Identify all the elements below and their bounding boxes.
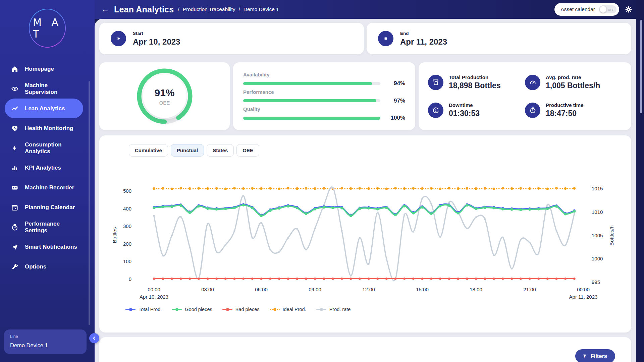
data-point: [475, 217, 477, 218]
data-point: [287, 205, 289, 207]
sidebar-item-performance-settings[interactable]: Performance Settings: [5, 217, 83, 237]
gear-icon[interactable]: [625, 5, 633, 13]
sidebar-item-label: KPI Analytics: [25, 165, 61, 171]
kpi-availability: Availability 94%: [243, 72, 405, 87]
asset-calendar-switch[interactable]: OFF: [599, 5, 616, 13]
data-point: [368, 278, 370, 280]
page-title: Lean Analytics: [114, 5, 174, 14]
sidebar-item-lean-analytics[interactable]: Lean Analytics: [5, 99, 83, 118]
data-point: [162, 255, 164, 256]
line-selector[interactable]: Line Demo Device 1: [4, 329, 87, 354]
data-point: [546, 278, 549, 280]
legend-bad-pieces[interactable]: Bad pieces: [222, 307, 260, 312]
data-point: [252, 237, 253, 239]
trend-icon: [11, 105, 19, 113]
legend-ideal-prod[interactable]: Ideal Prod.: [270, 307, 306, 312]
data-point: [189, 278, 191, 280]
legend-total-prod[interactable]: Total Prod.: [125, 307, 162, 312]
data-point: [430, 187, 433, 190]
app-root: M A T Homepage Machine Supervision Le: [0, 0, 644, 362]
data-point: [511, 268, 513, 269]
data-point: [511, 208, 513, 211]
data-point: [466, 204, 468, 207]
data-point: [215, 208, 218, 210]
data-point: [233, 206, 236, 209]
end-date-card[interactable]: End Apr 11, 2023: [367, 23, 631, 54]
sidebar-item-machine-supervision[interactable]: Machine Supervision: [5, 79, 83, 99]
topbar-actions: Asset calendar OFF: [554, 3, 633, 16]
data-point: [421, 206, 424, 208]
data-point: [502, 237, 503, 238]
filters-button[interactable]: Filters: [575, 349, 615, 362]
sidebar-item-smart-notifications[interactable]: Smart Notifications: [5, 237, 83, 257]
data-point: [484, 218, 486, 220]
data-point: [180, 278, 182, 280]
data-point: [555, 278, 558, 280]
data-point: [520, 278, 522, 280]
kpi-progress-fill: [243, 82, 372, 85]
data-point: [376, 208, 379, 210]
sidebar-item-label: Lean Analytics: [25, 105, 65, 112]
data-point: [162, 187, 164, 190]
asset-calendar-toggle-pill[interactable]: Asset calendar OFF: [554, 3, 619, 16]
breadcrumb-separator: /: [178, 6, 179, 12]
gauge-icon: [525, 75, 540, 90]
kpi-progress-fill: [243, 99, 376, 102]
breadcrumb-item[interactable]: Demo Device 1: [244, 6, 279, 12]
data-point: [457, 187, 460, 190]
tab-states[interactable]: States: [207, 144, 234, 157]
page-scrollbar[interactable]: [640, 20, 642, 113]
axis-tick-label: 300: [123, 223, 131, 229]
data-point: [421, 187, 424, 190]
kpi-value: 97%: [386, 98, 405, 104]
breadcrumb-separator: /: [238, 6, 240, 12]
data-point: [457, 212, 460, 215]
sidebar-collapse-button[interactable]: [89, 333, 99, 343]
sidebar-item-kpi-analytics[interactable]: KPI Analytics: [5, 158, 83, 178]
tab-punctual[interactable]: Punctual: [171, 144, 204, 157]
breadcrumb-item[interactable]: Production Traceability: [183, 6, 235, 12]
data-point: [377, 212, 378, 214]
data-point: [537, 208, 540, 210]
data-point: [448, 201, 450, 203]
data-point: [296, 278, 298, 280]
home-icon: [11, 65, 19, 73]
data-point: [439, 187, 442, 190]
sidebar-item-machine-recorder[interactable]: Machine Recorder: [5, 178, 83, 197]
stat-total-production: Total Production 18,898 Bottles: [428, 69, 525, 96]
tab-oee[interactable]: OEE: [236, 144, 259, 157]
brand-logo: M A T: [0, 9, 95, 48]
data-point: [251, 278, 254, 280]
data-point: [198, 278, 200, 280]
sidebar-item-homepage[interactable]: Homepage: [5, 59, 83, 79]
production-line-chart[interactable]: 0100200300400500Bottles99510001005101010…: [105, 158, 624, 305]
stat-label: Avg. prod. rate: [546, 74, 600, 80]
data-point: [287, 278, 289, 280]
kpi-bars-card: Availability 94% Performance 97%: [233, 62, 415, 130]
data-point: [359, 187, 361, 190]
kpi-progress-fill: [243, 117, 380, 120]
sidebar-item-health-monitoring[interactable]: Health Monitoring: [5, 118, 83, 138]
data-point: [314, 228, 316, 229]
y-axis-right-title: Bottles/h: [609, 225, 614, 245]
data-point: [224, 207, 227, 210]
sidebar-item-options[interactable]: Options: [5, 257, 83, 277]
start-date-card[interactable]: Start Apr 10, 2023: [99, 23, 364, 54]
data-point: [162, 205, 164, 208]
data-point: [430, 203, 432, 204]
data-point: [385, 187, 388, 190]
sidebar-scrollbar[interactable]: [89, 81, 90, 325]
tab-cumulative[interactable]: Cumulative: [129, 144, 168, 157]
data-point: [269, 187, 272, 190]
data-point: [305, 278, 307, 280]
back-arrow-icon[interactable]: ←: [101, 5, 109, 13]
legend-good-pieces[interactable]: Good pieces: [172, 307, 212, 312]
axis-tick-label: 1015: [592, 186, 603, 191]
sidebar-item-planning-calendar[interactable]: Planning Calendar: [5, 197, 83, 217]
data-point: [484, 187, 486, 190]
oee-gauge-card: 91% OEE: [99, 62, 230, 130]
legend-prod-rate[interactable]: Prod. rate: [316, 307, 351, 312]
sidebar-item-consumption-analytics[interactable]: Consumption Analytics: [5, 138, 83, 158]
chart-legend: Total Prod. Good pieces Bad pieces Ideal…: [125, 307, 626, 312]
axis-tick-label: 1010: [592, 209, 603, 215]
